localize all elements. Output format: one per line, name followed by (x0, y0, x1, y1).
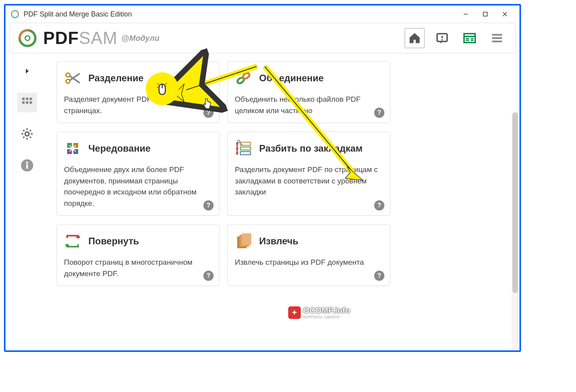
app-icon (10, 9, 20, 19)
scrollbar[interactable] (512, 112, 519, 350)
minimize-button[interactable] (456, 7, 475, 21)
watermark: + OCOMP.info ВОПРОСЫ АДМИНУ (288, 306, 350, 319)
header-buttons (404, 28, 507, 48)
card-merge[interactable]: Объединение Объединить несколько файлов … (227, 61, 390, 123)
svg-point-5 (25, 36, 30, 40)
cursor-pointer-icon (202, 98, 212, 112)
card-desc: Разделяет документ PDF на указанных стра… (64, 94, 212, 116)
maximize-button[interactable] (475, 7, 495, 21)
card-title: Разделение (88, 73, 144, 84)
home-button[interactable] (404, 28, 425, 48)
card-title: Разбить по закладкам (259, 143, 362, 154)
body: Разделение Разделяет документ PDF на ука… (5, 53, 519, 350)
svg-point-40 (236, 147, 238, 150)
card-desc: Объединение двух или более PDF документо… (64, 164, 212, 209)
titlebar: PDF Split and Merge Basic Edition (5, 5, 519, 23)
help-icon[interactable]: ? (203, 271, 214, 281)
close-button[interactable] (495, 7, 515, 21)
click-highlight (146, 72, 179, 105)
svg-point-24 (25, 132, 29, 136)
card-desc: Объединить несколько файлов PDF целиком … (235, 94, 383, 116)
window-title: PDF Split and Merge Basic Edition (24, 10, 456, 18)
svg-rect-23 (29, 101, 32, 104)
sidebar (5, 53, 49, 350)
notification-button[interactable] (432, 28, 452, 48)
svg-point-8 (441, 39, 443, 40)
sidebar-modules-button[interactable] (17, 93, 37, 112)
card-title: Объединение (259, 73, 324, 84)
card-split-bookmarks[interactable]: Разбить по закладкам Разделить документ … (227, 132, 390, 216)
news-button[interactable] (459, 28, 480, 48)
watermark-main: OCOMP.info (303, 306, 350, 315)
sidebar-settings-button[interactable] (17, 124, 37, 144)
help-icon[interactable]: ? (374, 200, 384, 211)
menu-button[interactable] (487, 28, 507, 48)
logo-icon (18, 28, 37, 48)
svg-rect-43 (240, 147, 251, 150)
window-controls (456, 7, 515, 21)
rotate-icon (64, 233, 81, 250)
card-desc: Извлечь страницы из PDF документа (235, 257, 383, 268)
sidebar-info-button[interactable] (17, 156, 37, 175)
card-title: Чередование (88, 143, 151, 154)
logo: PDFSAM @Модули (18, 28, 159, 48)
header-subtitle: @Модули (121, 34, 159, 43)
help-icon[interactable]: ? (203, 200, 214, 211)
svg-rect-2 (483, 12, 487, 16)
svg-rect-27 (26, 164, 28, 169)
svg-point-39 (236, 143, 238, 145)
help-icon[interactable]: ? (374, 108, 384, 118)
svg-rect-22 (26, 101, 28, 104)
mouse-icon (155, 81, 169, 97)
card-desc: Поворот страниц в многостраничном докуме… (64, 257, 212, 279)
card-title: Извлечь (259, 236, 298, 247)
app-header: PDFSAM @Модули (9, 23, 516, 53)
sidebar-expand-button[interactable] (17, 61, 37, 81)
svg-rect-21 (22, 101, 25, 104)
svg-rect-49 (242, 233, 251, 245)
card-desc: Разделить документ PDF по страницам с за… (235, 164, 383, 198)
chain-icon (235, 70, 252, 87)
extract-icon (235, 233, 252, 250)
card-rotate[interactable]: Повернуть Поворот страниц в многостранич… (57, 224, 219, 286)
alternate-icon (64, 140, 81, 157)
module-grid: Разделение Разделяет документ PDF на ука… (49, 53, 519, 350)
svg-rect-19 (26, 98, 28, 100)
svg-rect-18 (22, 98, 25, 100)
svg-point-33 (242, 72, 251, 80)
svg-point-26 (26, 161, 28, 163)
card-title: Повернуть (88, 236, 139, 247)
help-icon[interactable]: ? (374, 271, 384, 281)
bookmark-split-icon (235, 140, 252, 157)
watermark-badge: + (288, 306, 301, 319)
svg-rect-20 (29, 98, 32, 100)
scroll-thumb[interactable] (512, 112, 518, 293)
watermark-sub: ВОПРОСЫ АДМИНУ (303, 315, 350, 319)
svg-point-41 (236, 152, 238, 154)
app-window: PDF Split and Merge Basic Edition PDFSAM (4, 4, 521, 352)
logo-text: PDFSAM (43, 28, 117, 48)
card-split[interactable]: Разделение Разделяет документ PDF на ука… (57, 61, 219, 123)
scissors-icon (64, 70, 81, 87)
card-alternate[interactable]: Чередование Объединение двух или более P… (57, 132, 219, 216)
card-extract[interactable]: Извлечь Извлечь страницы из PDF документ… (227, 224, 390, 286)
svg-rect-44 (240, 152, 251, 155)
